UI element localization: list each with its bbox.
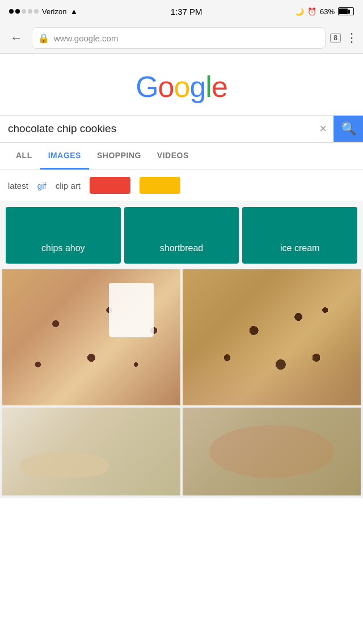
category-chips-ahoy[interactable]: chips ahoy	[6, 207, 121, 264]
search-bar: chocolate chip cookies × 🔍	[0, 116, 363, 142]
logo-o2: o	[174, 70, 190, 103]
milk-glass-overlay	[109, 283, 154, 337]
filter-tabs: ALL IMAGES SHOPPING VIDEOS	[0, 143, 363, 170]
tab-shopping[interactable]: SHOPPING	[89, 143, 149, 170]
cookie-image-2	[183, 269, 361, 405]
signal-dot-4	[28, 9, 32, 14]
category-shortbread[interactable]: shortbread	[124, 207, 239, 264]
image-row-1	[2, 269, 361, 405]
google-logo: Google	[136, 70, 227, 104]
time-display: 1:37 PM	[171, 7, 202, 16]
cookie-image-1	[2, 269, 180, 405]
filter-chips-row: latest gif clip art	[0, 170, 363, 201]
battery-fill	[339, 9, 348, 14]
chip-color-yellow[interactable]	[140, 177, 180, 194]
search-query[interactable]: chocolate chip cookies	[8, 122, 313, 135]
chip-latest[interactable]: latest	[8, 181, 28, 190]
wifi-icon: ▲	[70, 7, 78, 16]
image-row-2	[2, 408, 361, 495]
logo-l: l	[205, 70, 212, 103]
image-cell-4[interactable]	[183, 408, 361, 495]
logo-g: G	[136, 70, 158, 103]
search-icon: 🔍	[341, 121, 356, 136]
browser-menu-button[interactable]: ⋮	[345, 31, 357, 45]
moon-icon: 🌙	[295, 7, 304, 16]
tab-images[interactable]: IMAGES	[40, 143, 89, 170]
battery-tip	[348, 10, 350, 14]
carrier-label: Verizon	[42, 7, 66, 16]
signal-dot-1	[9, 9, 14, 14]
logo-g2: g	[189, 70, 205, 103]
category-row: chips ahoy shortbread ice cream	[0, 201, 363, 269]
image-grid	[0, 269, 363, 498]
browser-bar: ← 🔒 www.google.com 8 ⋮	[0, 23, 363, 54]
search-button[interactable]: 🔍	[334, 116, 363, 142]
image-cell-2[interactable]	[183, 269, 361, 405]
back-button[interactable]: ←	[6, 28, 27, 48]
search-container: chocolate chip cookies × 🔍	[0, 115, 363, 143]
tab-all[interactable]: ALL	[8, 143, 40, 170]
battery-icon	[338, 7, 354, 15]
tab-count[interactable]: 8	[330, 33, 341, 43]
status-left: Verizon ▲	[9, 7, 78, 16]
cookie-image-4	[183, 408, 361, 495]
battery-percent: 63%	[320, 7, 335, 16]
status-right: 🌙 ⏰ 63%	[295, 7, 354, 16]
image-cell-1[interactable]	[2, 269, 180, 405]
url-bar[interactable]: 🔒 www.google.com	[32, 27, 326, 49]
signal-dots	[9, 9, 39, 14]
chip-clip-art[interactable]: clip art	[56, 181, 81, 190]
signal-dot-5	[34, 9, 39, 14]
category-ice-cream[interactable]: ice cream	[242, 207, 357, 264]
cookie-image-3	[2, 408, 180, 495]
tab-videos[interactable]: VIDEOS	[149, 143, 197, 170]
status-bar: Verizon ▲ 1:37 PM 🌙 ⏰ 63%	[0, 0, 363, 23]
image-cell-3[interactable]	[2, 408, 180, 495]
signal-dot-2	[15, 9, 20, 14]
alarm-icon: ⏰	[307, 7, 316, 16]
logo-e: e	[212, 70, 227, 103]
chip-color-red[interactable]	[90, 177, 130, 194]
chip-gif[interactable]: gif	[37, 181, 47, 190]
url-text: www.google.com	[54, 33, 319, 43]
lock-icon: 🔒	[38, 33, 49, 44]
signal-dot-3	[22, 9, 26, 14]
logo-o1: o	[158, 70, 174, 103]
hand-overlay	[183, 351, 361, 405]
clear-button[interactable]: ×	[319, 121, 327, 136]
google-header: Google	[0, 54, 363, 115]
